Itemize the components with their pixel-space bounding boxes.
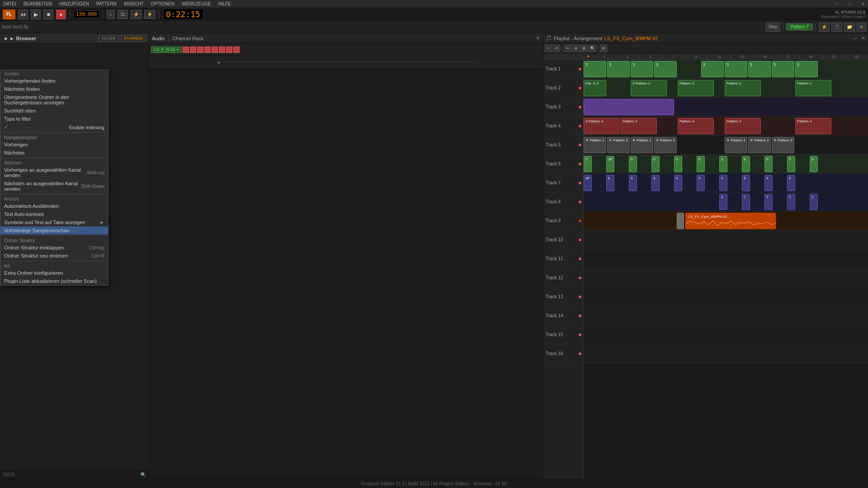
pattern-block-7-10[interactable]: 5 [787,175,795,191]
track-row-13[interactable] [584,287,868,306]
pattern-block-1-2[interactable]: 3 [607,61,630,77]
pattern-block-9-cursor[interactable] [677,213,684,229]
pattern-block-5-4[interactable]: ✕ Pattern 3 [654,137,677,153]
pattern-block-1-3[interactable]: 3 [631,61,653,77]
ctx-extra-ordner[interactable]: Extra-Ordner konfigurieren [0,269,108,277]
pattern-block-7-6[interactable]: 5 [697,175,705,191]
channel-rack-close[interactable]: ✕ [536,35,540,41]
pat-btn-4[interactable] [204,47,211,53]
ctx-vorhergehendes[interactable]: Vorhergehendes finden [0,77,108,85]
pattern-block-8-3[interactable]: 7 [764,194,773,210]
pl-tb-2[interactable]: ↺ [553,45,560,52]
stop-btn[interactable]: ■ [43,9,53,19]
pattern-block-8-5[interactable]: 7 [810,194,818,210]
track-row-10[interactable] [584,230,868,249]
menu-optionen[interactable]: OPTIONEN [150,1,176,6]
pattern-block-5-3[interactable]: ✕ Pattern 1 [631,137,653,153]
ctx-type-filter[interactable]: Type to filter [0,115,108,123]
pattern-block-1-9[interactable]: 3 [795,61,818,77]
pat-btn-8[interactable] [233,47,240,53]
win-maximize[interactable]: □ [847,1,853,6]
pattern-block-1-4[interactable]: 3 [654,61,677,77]
pattern-block-5-1[interactable]: ✕ Pattern 1 [584,137,606,153]
playlist-minimize[interactable]: ─ [853,36,857,41]
track-row-8[interactable]: 3 7 7 7 7 [584,192,868,211]
pattern-block-6-10[interactable]: 5 [787,156,795,172]
ctx-uebergeordnete[interactable]: Übergeordnete Ordner in den Suchergebnis… [0,93,108,107]
pattern-block-5-5[interactable]: ✕ Pattern 1 [725,137,747,153]
tags-search-icon[interactable]: 🔍 [141,472,146,477]
play-btn[interactable]: ▶ [31,9,41,19]
track-row-6[interactable]: 3 3P 3 5 5 5 3 3 5 5 5 [584,155,868,174]
record-btn[interactable]: ● [56,9,66,19]
pattern-block-1-8[interactable]: 3 [772,61,794,77]
pat-btn-1[interactable] [183,47,189,53]
win-close[interactable]: ✕ [860,1,866,6]
pattern-block-7-2[interactable]: 6 [606,175,614,191]
pattern-block-6-11[interactable]: 5 [810,156,818,172]
track-row-16[interactable] [584,344,868,363]
ctx-suchfeld[interactable]: Suchfeld oben [0,107,108,115]
rewind-btn[interactable]: ⏮ [18,9,28,19]
ctx-naechstes-kanal[interactable]: Nächstes an ausgewählten Kanal senden Sh… [0,179,108,193]
track-row-7[interactable]: 3P 6 5 5 5 5 5 5 5 5 [584,174,868,192]
menu-pattern[interactable]: PATTERN [95,1,118,6]
pattern-btn[interactable]: Pattern 7 [786,23,813,30]
menu-werkzeuge[interactable]: WERKZEUGE [180,1,212,6]
pattern-block-7-3[interactable]: 5 [629,175,637,191]
pattern-block-5-7[interactable]: ✕ Pattern 3 [772,137,794,153]
eq-btn[interactable]: ⚡ [144,10,155,19]
ctx-auto-ausblenden[interactable]: Automatisch Ausblenden [0,202,108,210]
pattern-block-7-8[interactable]: 5 [742,175,750,191]
channel-rack-title[interactable]: Channel Rack [172,36,203,41]
ctx-neu-einlesen[interactable]: Ordner Struktur neu einlesen Ctrl+R [0,252,108,260]
pattern-block-7-5[interactable]: 5 [674,175,682,191]
snap-btn[interactable]: ⌂ [107,10,115,19]
pattern-block-2-3[interactable]: Pattern 2 [678,80,714,96]
ctx-naechstes[interactable]: Nächstes finden [0,85,108,93]
ctx-einklappen[interactable]: Ordner Struktur einklappen Ctrl+Up [0,244,108,252]
pattern-block-9-waveform[interactable]: LS_FX_Cym_908PM #2 [685,213,776,229]
pattern-block-5-2[interactable]: ✕ Pattern 3 [607,137,630,153]
ctx-auto-kontrast[interactable]: Text Auto-kontrast [0,210,108,218]
ctx-samplevorschau[interactable]: Vollständige Samplevorschau [0,226,108,235]
pattern-block-4-3[interactable]: Pattern 4 [678,118,714,134]
ctx-indexing[interactable]: ✓ Enable indexing [0,123,108,131]
tracks-area[interactable]: 3 3 3 3 3 3 3 3 3 Pat. m 2 3 Pattern 2 [584,60,868,479]
pat-btn-5[interactable] [212,47,218,53]
pattern-block-6-3[interactable]: 3 [629,156,637,172]
ctx-vorheriges[interactable]: Vorheriges [0,141,108,149]
pattern-block-1-7[interactable]: 3 [748,61,771,77]
pattern-block-7-7[interactable]: 5 [719,175,727,191]
playlist-close[interactable]: ✕ [861,35,865,41]
plugins-btn[interactable]: ⚙ [857,23,866,32]
pattern-block-7-9[interactable]: 5 [764,175,773,191]
pattern-block-2-1[interactable]: Pat. m 2 [584,80,606,96]
pattern-block-6-8[interactable]: 3 [742,156,750,172]
menu-hilfe[interactable]: HILFE [217,1,232,6]
track-row-4[interactable]: 3 Pattern 4 Pattern 4 Pattern 4 Pattern … [584,117,868,136]
menu-ansicht[interactable]: ANSICHT [123,1,145,6]
pat-btn-7[interactable] [226,47,232,53]
track-row-12[interactable] [584,268,868,287]
pattern-block-6-9[interactable]: 5 [764,156,773,172]
pattern-block-6-7[interactable]: 3 [719,156,727,172]
pattern-block-4-5[interactable]: Pattern 4 [795,118,831,134]
pattern-block-2-5[interactable]: Pattern 2 [795,80,831,96]
pl-tb-snap[interactable]: ⊞ [600,45,607,52]
menu-hinzufuegen[interactable]: HINZUFÜGEN [58,1,90,6]
pattern-block-1-5[interactable]: 3 [701,61,724,77]
pat-btn-2[interactable] [190,47,196,53]
pattern-block-6-6[interactable]: 5 [697,156,705,172]
pat-btn-3[interactable] [197,47,203,53]
audio-tab[interactable]: Audio [152,36,165,41]
pl-tb-select[interactable]: ⊕ [572,45,580,52]
pattern-block-6-4[interactable]: 5 [651,156,660,172]
pl-tb-1[interactable]: + [545,45,552,52]
track-row-14[interactable] [584,306,868,325]
tab-starred[interactable]: STARRED [121,35,146,42]
ctx-naechstes-nav[interactable]: Nächstes [0,149,108,157]
track-row-9[interactable]: LS_FX_Cym_908PM #2 [584,211,868,230]
pattern-block-1-1[interactable]: 3 [584,61,606,77]
pattern-block-5-6[interactable]: ✕ Pattern 1 [748,137,771,153]
